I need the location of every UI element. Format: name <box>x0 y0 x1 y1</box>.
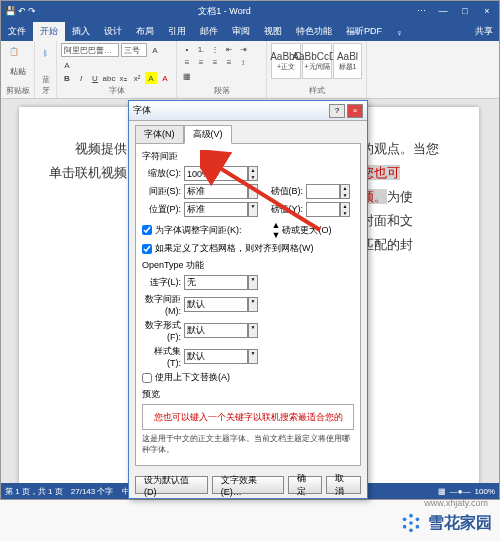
style-heading1[interactable]: AaBl标题1 <box>333 43 362 79</box>
numspacing-dropdown[interactable]: 默认 <box>184 297 248 312</box>
scale-label: 缩放(C): <box>142 167 184 180</box>
shading-button[interactable]: ▦ <box>181 70 193 82</box>
align-center-button[interactable]: ≡ <box>195 56 207 68</box>
font-dialog: 字体 ? × 字体(N) 高级(V) 字符间距 缩放(C): 100% ▲▼ 间… <box>128 100 368 499</box>
font-family-dropdown[interactable]: 阿里巴巴普… <box>61 43 119 57</box>
zoom-slider[interactable]: —●— <box>450 487 471 496</box>
dialog-title: 字体 <box>133 104 151 117</box>
align-left-button[interactable]: ≡ <box>181 56 193 68</box>
paragraph-group-label: 段落 <box>181 85 262 96</box>
ok-button[interactable]: 确定 <box>288 476 323 494</box>
position-dropdown[interactable]: 标准 <box>184 202 248 217</box>
paste-button[interactable]: 📋 粘贴 <box>5 43 31 81</box>
underline-button[interactable]: U <box>89 72 101 84</box>
numform-dropdown[interactable]: 默认 <box>184 323 248 338</box>
spacing-pt-spinner[interactable]: ▲▼ <box>340 184 350 199</box>
scale-spinner[interactable]: ▲▼ <box>248 166 258 181</box>
spacing-label: 间距(S): <box>142 185 184 198</box>
status-page[interactable]: 第 1 页，共 1 页 <box>5 486 63 497</box>
tab-home[interactable]: 开始 <box>33 22 65 41</box>
style-nospacing[interactable]: AaBbCcDd+无间隔 <box>302 43 332 79</box>
font-color-button[interactable]: A <box>159 72 171 84</box>
dialog-help-button[interactable]: ? <box>329 104 345 118</box>
numbering-button[interactable]: 1. <box>195 43 207 55</box>
minimize-button[interactable]: — <box>435 6 451 16</box>
position-pt-spinner[interactable]: ▲▼ <box>340 202 350 217</box>
tab-special[interactable]: 特色功能 <box>289 22 339 41</box>
ligature-arrow[interactable]: ▼ <box>248 275 258 290</box>
position-pt-input[interactable] <box>306 202 340 217</box>
view-mode-icon[interactable]: ▦ <box>438 487 446 496</box>
tab-design[interactable]: 设计 <box>97 22 129 41</box>
ribbon-tabs: 文件 开始 插入 设计 布局 引用 邮件 审阅 视图 特色功能 福昕PDF ♀ … <box>1 21 499 41</box>
spacing-dropdown-arrow[interactable]: ▼ <box>248 184 258 199</box>
justify-button[interactable]: ≡ <box>223 56 235 68</box>
tab-file[interactable]: 文件 <box>1 22 33 41</box>
numspacing-arrow[interactable]: ▼ <box>248 297 258 312</box>
styleset-dropdown[interactable]: 默认 <box>184 349 248 364</box>
redo-icon[interactable]: ↷ <box>28 6 36 16</box>
maximize-button[interactable]: □ <box>457 6 473 16</box>
grow-font-icon[interactable]: A <box>149 44 161 56</box>
snowflake-icon <box>400 512 422 534</box>
watermark-url: www.xhjaty.com <box>424 498 488 508</box>
svg-point-4 <box>403 518 407 522</box>
spacing-dropdown[interactable]: 标准 <box>184 184 248 199</box>
align-right-button[interactable]: ≡ <box>209 56 221 68</box>
tab-tell[interactable]: ♀ <box>389 25 410 41</box>
kerning-checkbox[interactable] <box>142 225 152 235</box>
multilevel-button[interactable]: ⋮ <box>209 43 221 55</box>
preview-box: 您也可以键入一个关键字以联机搜索最适合您的 <box>142 404 354 430</box>
styleset-arrow[interactable]: ▼ <box>248 349 258 364</box>
save-icon[interactable]: 💾 <box>5 6 16 16</box>
svg-point-7 <box>416 525 420 529</box>
dialog-body: 字符间距 缩放(C): 100% ▲▼ 间距(S): 标准 ▼ 磅值(B): ▲… <box>135 143 361 466</box>
indent-right-button[interactable]: ⇥ <box>237 43 249 55</box>
spacing-pt-label: 磅值(B): <box>270 185 306 198</box>
font-size-dropdown[interactable]: 三号 <box>121 43 147 57</box>
dialog-tab-font[interactable]: 字体(N) <box>135 125 184 144</box>
ligature-dropdown[interactable]: 无 <box>184 275 248 290</box>
tab-insert[interactable]: 插入 <box>65 22 97 41</box>
close-button[interactable]: × <box>479 6 495 16</box>
preview-label: 预览 <box>142 388 354 401</box>
bullets-button[interactable]: • <box>181 43 193 55</box>
italic-button[interactable]: I <box>75 72 87 84</box>
share-button[interactable]: 共享 <box>469 22 499 41</box>
set-default-button[interactable]: 设为默认值(D) <box>135 476 208 494</box>
subscript-button[interactable]: x₂ <box>117 72 129 84</box>
numform-arrow[interactable]: ▼ <box>248 323 258 338</box>
tab-mailings[interactable]: 邮件 <box>193 22 225 41</box>
dialog-tab-advanced[interactable]: 高级(V) <box>184 125 232 144</box>
text-effects-button[interactable]: 文字效果(E)… <box>212 476 284 494</box>
tab-layout[interactable]: 布局 <box>129 22 161 41</box>
context-alt-checkbox[interactable] <box>142 373 152 383</box>
line-spacing-button[interactable]: ↕ <box>237 56 249 68</box>
status-wordcount[interactable]: 27/143 个字 <box>71 486 114 497</box>
dialog-titlebar[interactable]: 字体 ? × <box>129 101 367 121</box>
scale-input[interactable]: 100% <box>184 166 248 181</box>
tab-review[interactable]: 审阅 <box>225 22 257 41</box>
tab-view[interactable]: 视图 <box>257 22 289 41</box>
tab-references[interactable]: 引用 <box>161 22 193 41</box>
watermark-text: 雪花家园 <box>428 513 492 534</box>
spacing-pt-input[interactable] <box>306 184 340 199</box>
highlight-button[interactable]: A <box>145 72 157 84</box>
zoom-level[interactable]: 100% <box>475 487 495 496</box>
shrink-font-icon[interactable]: A <box>61 59 73 71</box>
superscript-button[interactable]: x² <box>131 72 143 84</box>
options-button[interactable]: ⋯ <box>413 6 429 16</box>
kerning-spinner[interactable]: ▲▼ <box>272 220 281 240</box>
svg-point-2 <box>409 514 413 518</box>
dialog-close-button[interactable]: × <box>347 104 363 118</box>
grid-align-checkbox[interactable] <box>142 244 152 254</box>
bold-button[interactable]: B <box>61 72 73 84</box>
tab-pdf[interactable]: 福昕PDF <box>339 22 389 41</box>
strikethrough-button[interactable]: abc <box>103 72 115 84</box>
ribbon: 📋 粘贴 剪贴板 ᛒ 蓝牙 阿里巴巴普… 三号 A A B I <box>1 41 499 99</box>
numform-label: 数字形式(F): <box>142 319 184 342</box>
cancel-button[interactable]: 取消 <box>326 476 361 494</box>
indent-left-button[interactable]: ⇤ <box>223 43 235 55</box>
undo-icon[interactable]: ↶ <box>18 6 26 16</box>
position-dropdown-arrow[interactable]: ▼ <box>248 202 258 217</box>
